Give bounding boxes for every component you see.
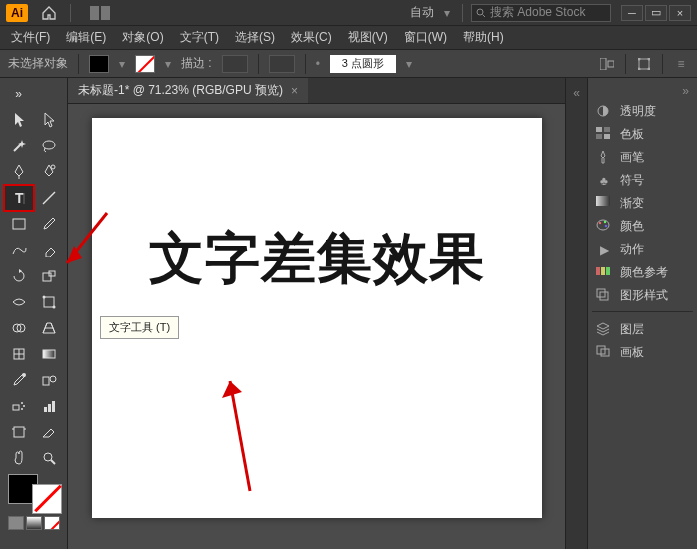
chevron-down-icon[interactable]: ▾ <box>440 6 454 20</box>
chevron-down-icon[interactable]: ▾ <box>165 57 171 71</box>
blend-tool[interactable] <box>35 368 63 392</box>
panel-graphic-styles[interactable]: 图形样式 <box>592 284 693 307</box>
menu-object[interactable]: 对象(O) <box>115 27 170 48</box>
svg-point-5 <box>638 58 641 61</box>
direct-selection-tool[interactable] <box>35 108 63 132</box>
panel-label: 图形样式 <box>620 287 668 304</box>
panel-swatches[interactable]: 色板 <box>592 123 693 146</box>
brush-def-button[interactable] <box>269 55 295 73</box>
selection-tool[interactable] <box>5 108 33 132</box>
svg-point-0 <box>477 9 483 15</box>
svg-rect-36 <box>14 427 24 437</box>
panel-menu-icon[interactable]: ≡ <box>673 57 689 71</box>
color-proxy[interactable] <box>8 474 62 514</box>
panel-color-guide[interactable]: 颜色参考 <box>592 261 693 284</box>
chevron-down-icon[interactable]: ▾ <box>406 57 412 71</box>
stroke-swatch[interactable] <box>135 55 155 73</box>
search-placeholder: 搜索 Adobe Stock <box>490 4 585 21</box>
arrange-docs-icon[interactable] <box>87 4 113 22</box>
transform-icon[interactable] <box>636 57 652 71</box>
menu-effect[interactable]: 效果(C) <box>284 27 339 48</box>
gradient-tool[interactable] <box>35 342 63 366</box>
panel-label: 画板 <box>620 344 644 361</box>
window-minimize-button[interactable]: ─ <box>621 5 643 21</box>
panel-color[interactable]: 颜色 <box>592 215 693 238</box>
color-mode-none[interactable] <box>44 516 60 530</box>
curvature-tool[interactable] <box>35 160 63 184</box>
graph-tool[interactable] <box>35 394 63 418</box>
lasso-tool[interactable] <box>35 134 63 158</box>
panel-brushes[interactable]: 画笔 <box>592 146 693 169</box>
sample-text[interactable]: 文字差集效果 <box>92 222 542 296</box>
zoom-tool[interactable] <box>35 446 63 470</box>
line-tool[interactable] <box>35 186 63 210</box>
menu-view[interactable]: 视图(V) <box>341 27 395 48</box>
window-maximize-button[interactable]: ▭ <box>645 5 667 21</box>
panel-label: 颜色参考 <box>620 264 668 281</box>
app-logo: Ai <box>6 4 28 22</box>
collapse-panels-icon[interactable]: » <box>592 84 693 98</box>
svg-rect-2 <box>600 58 606 70</box>
stroke-profile-select[interactable]: 3 点圆形 <box>330 55 396 73</box>
window-close-button[interactable]: × <box>669 5 691 21</box>
search-stock-input[interactable]: 搜索 Adobe Stock <box>471 4 611 22</box>
menu-file[interactable]: 文件(F) <box>4 27 57 48</box>
magic-wand-tool[interactable] <box>5 134 33 158</box>
menu-select[interactable]: 选择(S) <box>228 27 282 48</box>
align-icon[interactable] <box>599 57 615 71</box>
fill-swatch[interactable] <box>89 55 109 73</box>
svg-point-51 <box>597 220 609 230</box>
eyedropper-tool[interactable] <box>5 368 33 392</box>
shape-builder-tool[interactable] <box>5 316 33 340</box>
gradient-icon <box>596 196 612 212</box>
svg-point-19 <box>52 306 55 309</box>
stroke-proxy[interactable] <box>32 484 62 514</box>
perspective-tool[interactable] <box>35 316 63 340</box>
menu-window[interactable]: 窗口(W) <box>397 27 454 48</box>
panel-artboards[interactable]: 画板 <box>592 341 693 364</box>
svg-point-6 <box>648 58 651 61</box>
workspace-switcher[interactable]: 自动 <box>410 4 434 21</box>
svg-rect-34 <box>48 404 51 412</box>
collapse-panel-icon[interactable]: « <box>570 86 584 100</box>
mesh-tool[interactable] <box>5 342 33 366</box>
slice-tool[interactable] <box>35 420 63 444</box>
tab-close-button[interactable]: × <box>291 84 298 98</box>
expand-tools-icon[interactable]: » <box>5 82 33 106</box>
width-tool[interactable] <box>5 290 33 314</box>
eraser-tool[interactable] <box>35 238 63 262</box>
svg-line-1 <box>483 14 486 17</box>
brushes-icon <box>596 150 612 166</box>
panel-symbols[interactable]: ♣符号 <box>592 169 693 192</box>
panel-transparency[interactable]: 透明度 <box>592 100 693 123</box>
chevron-down-icon[interactable]: ▾ <box>119 57 125 71</box>
color-mode-solid[interactable] <box>8 516 24 530</box>
type-tool[interactable]: T <box>5 186 33 210</box>
document-tab[interactable]: 未标题-1* @ 71.23% (RGB/GPU 预览) × <box>68 78 308 103</box>
svg-rect-4 <box>639 59 649 69</box>
artboard-tool[interactable] <box>5 420 33 444</box>
rectangle-tool[interactable] <box>5 212 33 236</box>
stroke-weight-input[interactable] <box>222 55 248 73</box>
pen-tool[interactable] <box>5 160 33 184</box>
color-mode-gradient[interactable] <box>26 516 42 530</box>
free-transform-tool[interactable] <box>35 290 63 314</box>
menu-help[interactable]: 帮助(H) <box>456 27 511 48</box>
symbol-sprayer-tool[interactable] <box>5 394 33 418</box>
shaper-tool[interactable] <box>5 238 33 262</box>
panel-label: 颜色 <box>620 218 644 235</box>
rotate-tool[interactable] <box>5 264 33 288</box>
home-icon[interactable] <box>36 4 62 22</box>
panel-gradient[interactable]: 渐变 <box>592 192 693 215</box>
svg-rect-25 <box>43 350 55 358</box>
hand-tool[interactable] <box>5 446 33 470</box>
svg-rect-15 <box>43 273 51 281</box>
panel-layers[interactable]: 图层 <box>592 318 693 341</box>
transparency-icon <box>596 104 612 120</box>
paintbrush-tool[interactable] <box>35 212 63 236</box>
menu-type[interactable]: 文字(T) <box>173 27 226 48</box>
panel-actions[interactable]: ▶动作 <box>592 238 693 261</box>
scale-tool[interactable] <box>35 264 63 288</box>
svg-rect-3 <box>608 61 614 67</box>
menu-edit[interactable]: 编辑(E) <box>59 27 113 48</box>
